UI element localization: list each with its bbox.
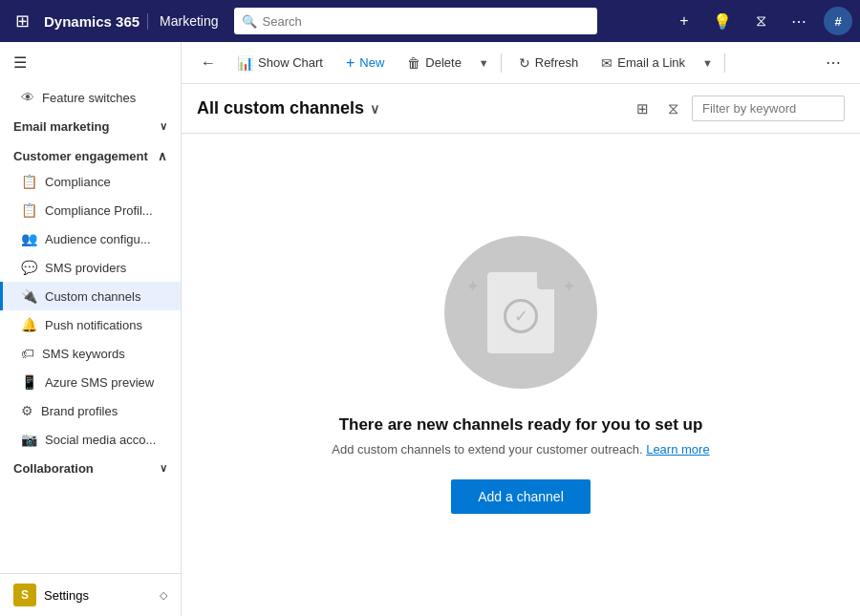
filter-keyword-input[interactable] — [692, 96, 845, 121]
learn-more-link[interactable]: Learn more — [646, 442, 709, 457]
custom-channels-icon: 🔌 — [21, 288, 37, 304]
empty-doc-check-icon: ✓ — [504, 299, 538, 333]
refresh-label: Refresh — [535, 55, 579, 70]
page-header: All custom channels ∨ ⊞ ⧖ — [182, 84, 860, 134]
page-title: All custom channels — [197, 98, 364, 118]
sms-keywords-label: SMS keywords — [42, 347, 125, 361]
refresh-button[interactable]: ↻ Refresh — [509, 51, 589, 75]
toolbar-separator-2 — [724, 53, 725, 73]
sidebar-item-compliance[interactable]: 📋 Compliance — [0, 167, 181, 196]
view-toggle-button[interactable]: ⊞ — [631, 96, 655, 121]
brand-profiles-label: Brand profiles — [41, 404, 118, 418]
new-button[interactable]: + New — [336, 50, 394, 76]
empty-state-graphic: ✦ ✓ ✦ — [444, 236, 597, 389]
toolbar: ← 📊 Show Chart + New 🗑 Delete ▼ ↻ Refres… — [182, 42, 860, 84]
page-title-chevron[interactable]: ∨ — [370, 101, 379, 117]
email-marketing-label: Email marketing — [13, 119, 109, 134]
search-icon: 🔍 — [242, 14, 257, 29]
page-title-row: All custom channels ∨ — [197, 98, 379, 118]
custom-channels-label: Custom channels — [45, 289, 140, 304]
avatar[interactable]: # — [824, 7, 852, 35]
compliance-label: Compliance — [45, 175, 111, 189]
show-chart-label: Show Chart — [258, 55, 323, 70]
customer-engagement-chevron: ∧ — [158, 149, 167, 163]
feature-switches-label: Feature switches — [42, 91, 136, 105]
waffle-icon[interactable]: ⊞ — [8, 11, 36, 32]
sidebar-item-compliance-profiles[interactable]: 📋 Compliance Profil... — [0, 196, 181, 224]
sidebar: ☰ 👁 Feature switches Email marketing ∨ C… — [0, 42, 182, 616]
more-options-icon[interactable]: ⋯ — [785, 8, 812, 34]
back-button[interactable]: ← — [193, 51, 224, 75]
search-input[interactable] — [263, 14, 590, 29]
brand-name: Dynamics 365 — [44, 13, 148, 30]
search-box: 🔍 — [234, 8, 597, 34]
topbar: ⊞ Dynamics 365 Marketing 🔍 + 💡 ⧖ ⋯ # — [0, 0, 860, 42]
email-link-label: Email a Link — [617, 55, 685, 70]
refresh-icon: ↻ — [519, 55, 530, 71]
empty-state-desc-text: Add custom channels to extend your custo… — [332, 442, 642, 457]
customer-engagement-header[interactable]: Customer engagement ∧ — [0, 141, 181, 167]
email-link-button[interactable]: ✉ Email a Link — [591, 51, 695, 75]
filter-button[interactable]: ⧖ — [662, 96, 684, 121]
sidebar-item-custom-channels[interactable]: 🔌 Custom channels — [0, 282, 181, 310]
empty-doc-illustration: ✓ — [487, 272, 554, 353]
toolbar-separator-1 — [501, 53, 502, 73]
audience-config-icon: 👥 — [21, 231, 37, 246]
sidebar-item-push-notifications[interactable]: 🔔 Push notifications — [0, 310, 181, 339]
show-chart-icon: 📊 — [237, 55, 253, 71]
feature-switches-icon: 👁 — [21, 90, 34, 105]
collaboration-chevron: ∨ — [160, 462, 167, 475]
email-marketing-header[interactable]: Email marketing ∨ — [0, 112, 181, 141]
add-icon[interactable]: + — [671, 8, 698, 34]
delete-button[interactable]: 🗑 Delete — [398, 51, 471, 75]
topbar-actions: + 💡 ⧖ ⋯ # — [671, 7, 852, 35]
compliance-icon: 📋 — [21, 174, 37, 189]
hamburger-menu[interactable]: ☰ — [0, 42, 181, 83]
email-marketing-chevron: ∨ — [160, 120, 167, 133]
email-link-icon: ✉ — [601, 55, 613, 71]
empty-state: ✦ ✓ ✦ There are new channels ready for y… — [182, 134, 860, 616]
sidebar-item-social-media[interactable]: 📷 Social media acco... — [0, 425, 181, 454]
delete-icon: 🗑 — [407, 55, 420, 71]
sms-providers-icon: 💬 — [21, 260, 37, 275]
delete-label: Delete — [425, 55, 462, 70]
new-icon: + — [346, 54, 355, 72]
add-channel-button[interactable]: Add a channel — [451, 479, 591, 514]
settings-label: Settings — [44, 588, 89, 603]
brand-profiles-icon: ⚙ — [21, 403, 33, 418]
push-notifications-label: Push notifications — [45, 318, 142, 332]
sidebar-item-brand-profiles[interactable]: ⚙ Brand profiles — [0, 396, 181, 425]
settings-chevron: ◇ — [160, 589, 167, 602]
sidebar-item-feature-switches[interactable]: 👁 Feature switches — [0, 83, 181, 112]
compliance-profiles-label: Compliance Profil... — [45, 203, 153, 218]
compliance-profiles-icon: 📋 — [21, 202, 37, 218]
content-area: ← 📊 Show Chart + New 🗑 Delete ▼ ↻ Refres… — [182, 42, 860, 616]
show-chart-button[interactable]: 📊 Show Chart — [227, 51, 333, 75]
toolbar-more-options[interactable]: ⋯ — [818, 50, 849, 75]
settings-avatar: S — [13, 584, 36, 606]
audience-config-label: Audience configu... — [45, 232, 151, 246]
sms-providers-label: SMS providers — [45, 261, 126, 275]
page-header-actions: ⊞ ⧖ — [631, 96, 845, 121]
azure-sms-icon: 📱 — [21, 374, 37, 390]
empty-state-description: Add custom channels to extend your custo… — [332, 442, 709, 457]
sparkle-right-icon: ✦ — [562, 276, 576, 297]
sidebar-item-audience-config[interactable]: 👥 Audience configu... — [0, 224, 181, 253]
sidebar-item-azure-sms[interactable]: 📱 Azure SMS preview — [0, 368, 181, 396]
filter-icon[interactable]: ⧖ — [747, 8, 774, 34]
azure-sms-label: Azure SMS preview — [45, 375, 154, 390]
lightbulb-icon[interactable]: 💡 — [709, 8, 736, 34]
delete-dropdown[interactable]: ▼ — [475, 53, 493, 74]
sidebar-item-sms-keywords[interactable]: 🏷 SMS keywords — [0, 339, 181, 368]
email-link-dropdown[interactable]: ▼ — [699, 53, 717, 74]
sidebar-item-sms-providers[interactable]: 💬 SMS providers — [0, 253, 181, 282]
main-layout: ☰ 👁 Feature switches Email marketing ∨ C… — [0, 42, 860, 616]
collaboration-label: Collaboration — [13, 461, 94, 476]
social-media-icon: 📷 — [21, 432, 37, 447]
collaboration-header[interactable]: Collaboration ∨ — [0, 454, 181, 483]
empty-state-title: There are new channels ready for you to … — [339, 415, 703, 435]
new-label: New — [359, 55, 384, 70]
settings-item[interactable]: S Settings ◇ — [0, 574, 181, 616]
sms-keywords-icon: 🏷 — [21, 346, 34, 361]
customer-engagement-label: Customer engagement — [13, 149, 148, 163]
